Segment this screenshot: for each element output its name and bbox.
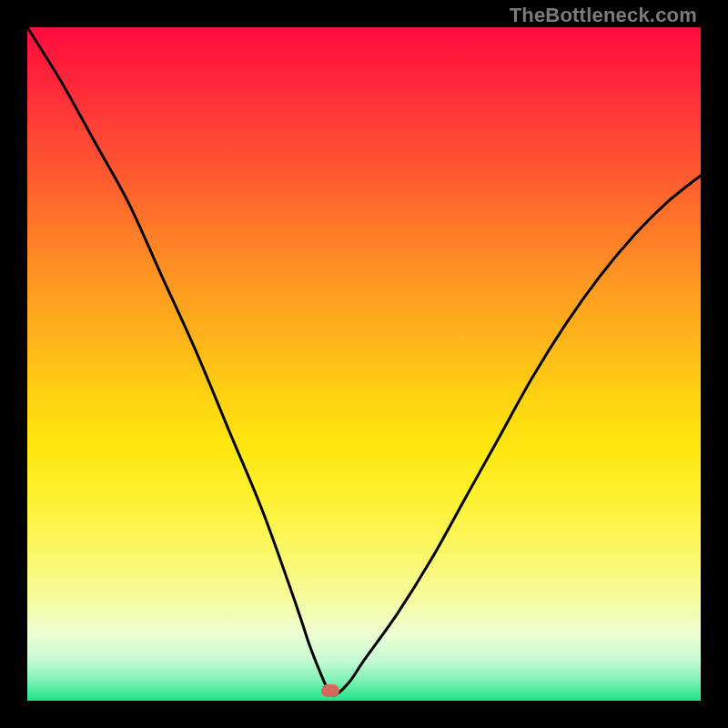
chart-frame: TheBottleneck.com [0,0,728,728]
watermark-text: TheBottleneck.com [510,4,697,27]
bottleneck-curve [27,27,701,701]
optimum-marker [321,684,339,697]
plot-area [27,27,701,701]
